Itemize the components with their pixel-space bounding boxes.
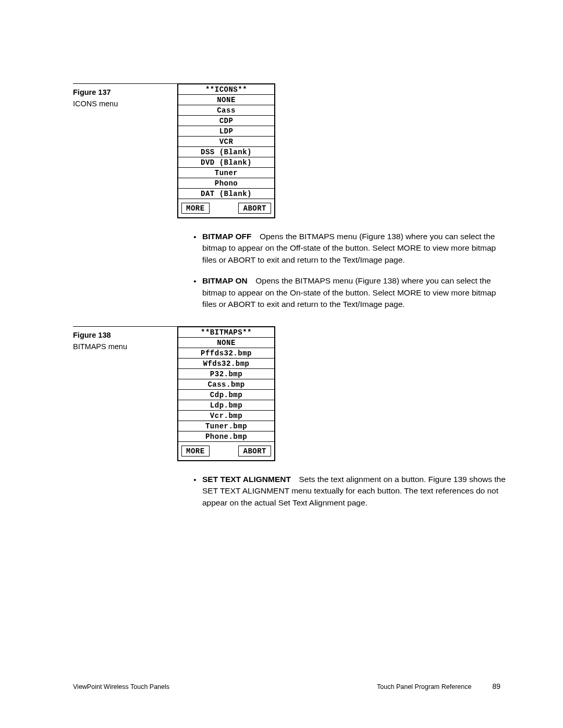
menu-title: **ICONS** <box>178 84 274 94</box>
footer-section: Touch Panel Program Reference <box>377 683 471 690</box>
bullet-text: BITMAP OFF Opens the BITMAPS menu (Figur… <box>202 231 511 266</box>
menu-item-cass[interactable]: Cass <box>178 105 274 115</box>
page-number: 89 <box>492 682 500 690</box>
menu-footer: MORE ABORT <box>178 199 274 217</box>
figure-137-caption: Figure 137 ICONS menu <box>73 83 177 218</box>
bullet-icon: • <box>188 231 202 266</box>
menu-item-vcr[interactable]: VCR <box>178 136 274 146</box>
bullet-set-text-alignment: • SET TEXT ALIGNMENT Sets the text align… <box>188 474 511 509</box>
menu-item-cass-bmp[interactable]: Cass.bmp <box>178 379 274 389</box>
menu-item-phono[interactable]: Phono <box>178 178 274 188</box>
menu-item-p32[interactable]: P32.bmp <box>178 368 274 379</box>
menu-item-none[interactable]: NONE <box>178 337 274 348</box>
menu-item-ldp-bmp[interactable]: Ldp.bmp <box>178 400 274 410</box>
menu-footer: MORE ABORT <box>178 441 274 460</box>
menu-item-wfds32[interactable]: Wfds32.bmp <box>178 358 274 368</box>
figure-138-caption: Figure 138 BITMAPS menu <box>73 326 177 461</box>
menu-item-cdp-bmp[interactable]: Cdp.bmp <box>178 389 274 400</box>
page-content: Figure 137 ICONS menu **ICONS** NONE Cas… <box>73 83 500 524</box>
bullet-text: BITMAP ON Opens the BITMAPS menu (Figure… <box>202 275 511 310</box>
figure-description: BITMAPS menu <box>73 342 172 351</box>
abort-button[interactable]: ABORT <box>238 446 271 456</box>
abort-button[interactable]: ABORT <box>238 203 271 214</box>
menu-item-dss[interactable]: DSS (Blank) <box>178 146 274 157</box>
figure-number: Figure 138 <box>73 331 172 339</box>
footer-left: ViewPoint Wireless Touch Panels <box>73 683 169 690</box>
menu-item-none[interactable]: NONE <box>178 94 274 105</box>
icons-menu: **ICONS** NONE Cass CDP LDP VCR DSS (Bla… <box>177 83 275 218</box>
bullet-icon: • <box>188 275 202 310</box>
figure-number: Figure 137 <box>73 88 172 96</box>
menu-item-ldp[interactable]: LDP <box>178 126 274 136</box>
menu-item-tuner-bmp[interactable]: Tuner.bmp <box>178 421 274 431</box>
menu-item-tuner[interactable]: Tuner <box>178 167 274 178</box>
bullet-text: SET TEXT ALIGNMENT Sets the text alignme… <box>202 474 511 509</box>
figure-138-block: Figure 138 BITMAPS menu **BITMAPS** NONE… <box>73 326 500 461</box>
menu-item-pffds32[interactable]: Pffds32.bmp <box>178 348 274 358</box>
menu-item-dat[interactable]: DAT (Blank) <box>178 188 274 199</box>
bitmaps-menu: **BITMAPS** NONE Pffds32.bmp Wfds32.bmp … <box>177 326 275 461</box>
menu-item-vcr-bmp[interactable]: Vcr.bmp <box>178 410 274 421</box>
bullet-icon: • <box>188 474 202 509</box>
bullet-bitmap-on: • BITMAP ON Opens the BITMAPS menu (Figu… <box>188 275 511 310</box>
menu-item-cdp[interactable]: CDP <box>178 115 274 126</box>
menu-title: **BITMAPS** <box>178 327 274 337</box>
more-button[interactable]: MORE <box>181 446 210 456</box>
menu-item-phone-bmp[interactable]: Phone.bmp <box>178 431 274 441</box>
figure-137-block: Figure 137 ICONS menu **ICONS** NONE Cas… <box>73 83 500 218</box>
bullet-list-alignment: • SET TEXT ALIGNMENT Sets the text align… <box>188 474 511 509</box>
menu-item-dvd[interactable]: DVD (Blank) <box>178 157 274 167</box>
figure-description: ICONS menu <box>73 100 172 108</box>
page-footer: ViewPoint Wireless Touch Panels Touch Pa… <box>73 682 500 690</box>
bullet-bitmap-off: • BITMAP OFF Opens the BITMAPS menu (Fig… <box>188 231 511 266</box>
bullet-list-bitmap: • BITMAP OFF Opens the BITMAPS menu (Fig… <box>188 231 511 311</box>
more-button[interactable]: MORE <box>181 203 210 214</box>
